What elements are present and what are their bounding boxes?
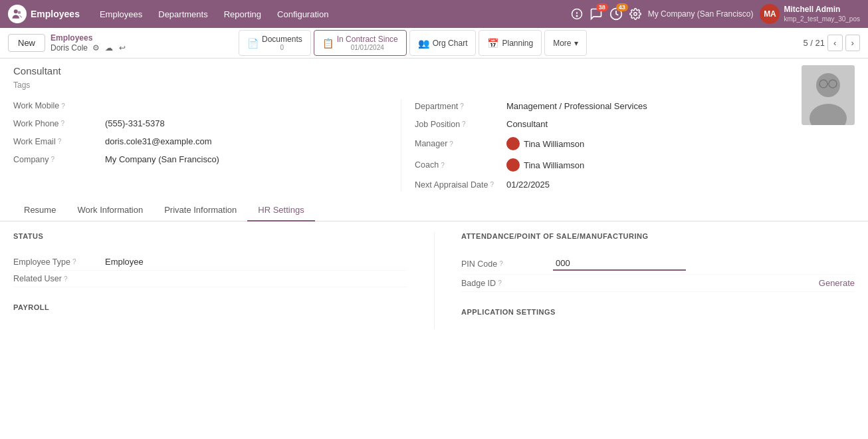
documents-button[interactable]: 📄 Documents 0	[239, 30, 311, 56]
manager-name[interactable]: Tina Williamson	[524, 139, 584, 149]
settings-grid: STATUS Employee Type ? Employee Related …	[13, 232, 855, 329]
manager-label: Manager ?	[415, 139, 501, 148]
cloud-icon[interactable]: ☁	[104, 43, 114, 53]
company-label: Company ?	[13, 155, 100, 164]
next-button[interactable]: ›	[845, 35, 860, 51]
appraisal-label: Next Appraisal Date ?	[415, 180, 501, 190]
planning-label: Planning	[502, 39, 533, 48]
department-value: Management / Professional Services	[506, 101, 647, 111]
org-chart-button[interactable]: 👥 Org Chart	[409, 30, 477, 56]
brand-logo: Employees	[8, 5, 80, 23]
generate-button[interactable]: Generate	[819, 278, 855, 288]
appraisal-field: Next Appraisal Date ? 01/22/2025	[415, 178, 788, 192]
company-value: My Company (San Francisco)	[105, 154, 219, 164]
pin-code-help[interactable]: ?	[499, 260, 503, 267]
department-field: Department ? Management / Professional S…	[415, 99, 788, 113]
department-label: Department ?	[415, 102, 501, 111]
pagination: 5 / 21 ‹ ›	[804, 35, 860, 51]
coach-avatar	[506, 158, 520, 172]
coach-name[interactable]: Tina Williamson	[524, 160, 584, 170]
chat-icon[interactable]: 38	[590, 7, 603, 21]
right-col: Department ? Management / Professional S…	[401, 99, 788, 192]
gear-icon[interactable]: ⚙	[90, 43, 101, 53]
work-mobile-help[interactable]: ?	[61, 102, 65, 110]
company-name: My Company (San Francisco)	[648, 9, 754, 19]
clock-icon[interactable]: 43	[609, 7, 623, 21]
undo-icon[interactable]: ↩	[117, 43, 128, 53]
company-field: Company ? My Company (San Francisco)	[13, 152, 387, 166]
org-icon: 👥	[418, 38, 429, 49]
appraisal-help[interactable]: ?	[490, 181, 494, 188]
nav-configuration[interactable]: Configuration	[271, 4, 335, 25]
more-button[interactable]: More ▾	[544, 30, 586, 56]
employee-photo[interactable]	[802, 65, 855, 125]
employee-type-label: Employee Type ?	[13, 257, 100, 267]
employee-header: Consultant Tags Work Mobile ? Work Phone	[0, 59, 868, 194]
payroll-section: PAYROLL	[13, 303, 407, 315]
tab-private-information[interactable]: Private Information	[154, 200, 247, 221]
attendance-title: ATTENDANCE/POINT OF SALE/MANUFACTURING	[461, 232, 855, 244]
work-mobile-label: Work Mobile ?	[13, 101, 100, 110]
work-email-help[interactable]: ?	[58, 138, 62, 145]
department-help[interactable]: ?	[460, 102, 464, 110]
more-chevron-icon: ▾	[574, 39, 578, 48]
employee-type-value: Employee	[105, 257, 407, 267]
prev-button[interactable]: ‹	[827, 35, 842, 51]
debug-icon[interactable]	[571, 8, 583, 20]
breadcrumb: Employees Doris Cole ⚙ ☁ ↩	[51, 33, 128, 53]
nav-reporting[interactable]: Reporting	[217, 4, 268, 25]
tab-bar: Resume Work Information Private Informat…	[0, 200, 868, 221]
tab-hr-settings[interactable]: HR Settings	[247, 200, 314, 221]
user-info: Mitchell Admin kmp_2_test_may_30_pos	[784, 5, 860, 24]
coach-label: Coach ?	[415, 160, 501, 170]
breadcrumb-parent[interactable]: Employees	[51, 33, 128, 43]
contract-button[interactable]: 📋 In Contract Since 01/01/2024	[314, 30, 407, 56]
payroll-title: PAYROLL	[13, 303, 407, 315]
work-phone-field: Work Phone ? (555)-331-5378	[13, 116, 387, 130]
pin-code-input[interactable]	[553, 257, 686, 271]
user-menu[interactable]: MA Mitchell Admin kmp_2_test_may_30_pos	[760, 4, 860, 24]
planning-button[interactable]: 📅 Planning	[479, 30, 542, 56]
user-avatar: MA	[760, 4, 780, 24]
badge-id-label: Badge ID ?	[461, 279, 548, 288]
pin-code-row: PIN Code ?	[461, 253, 855, 275]
status-title: STATUS	[13, 232, 407, 244]
user-db: kmp_2_test_may_30_pos	[784, 15, 860, 23]
tags-row: Tags	[13, 80, 788, 90]
employee-type-help[interactable]: ?	[72, 258, 76, 265]
tab-resume[interactable]: Resume	[13, 200, 66, 221]
employee-job-title: Consultant	[13, 65, 788, 76]
job-position-label: Job Position ?	[415, 120, 501, 129]
badge-id-help[interactable]: ?	[498, 279, 502, 287]
svg-point-3	[576, 15, 578, 17]
tab-work-information[interactable]: Work Information	[66, 200, 154, 221]
top-right-area: 38 43 My Company (San Francisco) MA Mitc…	[571, 4, 860, 24]
nav-departments[interactable]: Departments	[152, 4, 214, 25]
related-user-help[interactable]: ?	[64, 275, 68, 283]
user-name: Mitchell Admin	[784, 5, 860, 15]
coach-value: Tina Williamson	[506, 158, 584, 172]
breadcrumb-icons: ⚙ ☁ ↩	[90, 43, 128, 53]
work-phone-help[interactable]: ?	[61, 120, 65, 127]
top-navigation: Employees Employees Departments Reportin…	[0, 0, 868, 28]
work-email-label: Work Email ?	[13, 137, 100, 146]
new-button[interactable]: New	[8, 34, 45, 52]
related-user-row: Related User ?	[13, 271, 407, 287]
manager-value: Tina Williamson	[506, 137, 584, 150]
related-user-label: Related User ?	[13, 274, 100, 283]
chat-badge: 38	[596, 3, 608, 11]
job-position-help[interactable]: ?	[462, 120, 466, 128]
manager-help[interactable]: ?	[449, 140, 453, 148]
company-help[interactable]: ?	[51, 156, 55, 163]
settings-icon[interactable]	[629, 8, 641, 20]
work-phone-value: (555)-331-5378	[105, 118, 165, 128]
nav-employees[interactable]: Employees	[93, 4, 149, 25]
coach-help[interactable]: ?	[441, 162, 445, 169]
svg-point-5	[634, 13, 637, 16]
employee-form: Work Mobile ? Work Phone ? (555)-331-537…	[13, 96, 788, 194]
secondary-nav: New Employees Doris Cole ⚙ ☁ ↩ 📄 Documen…	[0, 28, 868, 59]
attendance-section: ATTENDANCE/POINT OF SALE/MANUFACTURING P…	[434, 232, 855, 329]
pagination-label: 5 / 21	[804, 38, 825, 48]
pin-code-label: PIN Code ?	[461, 259, 548, 269]
main-content: Consultant Tags Work Mobile ? Work Phone	[0, 59, 868, 439]
